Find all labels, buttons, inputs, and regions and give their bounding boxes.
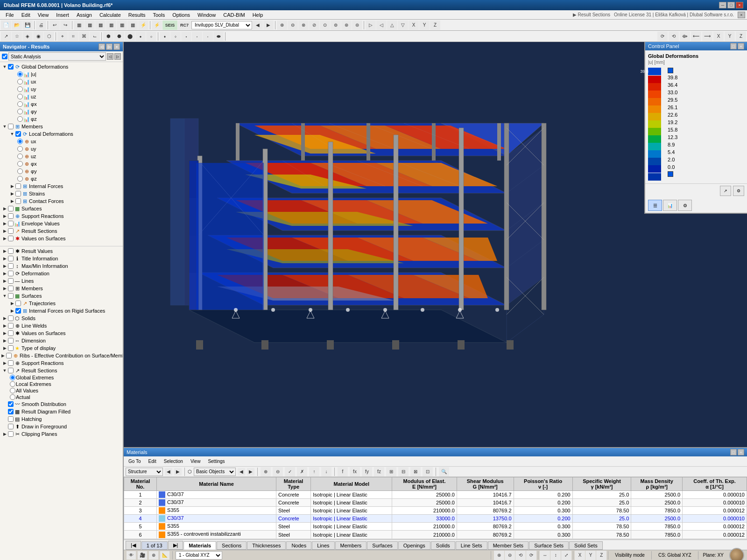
tr6[interactable]: ⌖ (57, 32, 68, 41)
cp-filter-btn[interactable]: ⚙ (678, 200, 692, 211)
th-mat-model[interactable]: Material Model (311, 477, 392, 491)
tab-surface-sets[interactable]: Surface Sets (529, 541, 569, 550)
menu-results[interactable]: Results (125, 11, 149, 19)
tree-result-filled[interactable]: ▦ Result Diagram Filled (0, 408, 123, 415)
check-smooth[interactable] (8, 401, 14, 407)
expand-global-def[interactable]: ▼ (2, 64, 7, 70)
radio-local-ux[interactable] (17, 139, 23, 144)
redo-btn[interactable]: ↪ (60, 21, 70, 30)
tb1[interactable]: ▦ (74, 21, 84, 30)
check-result-sections2[interactable] (8, 368, 14, 373)
goto-menu[interactable]: Go To (126, 458, 144, 464)
selection-menu[interactable]: Selection (161, 458, 186, 464)
tb23[interactable]: Z (430, 21, 440, 30)
rc7-btn[interactable]: RC7 (178, 21, 191, 30)
settings-menu[interactable]: Settings (205, 458, 227, 464)
sb-t6[interactable]: ↕ (550, 551, 561, 560)
tr25[interactable]: ⟶ (702, 32, 712, 41)
tr16[interactable]: ⬨ (170, 32, 181, 41)
bt1[interactable]: ⊕ (261, 467, 271, 476)
tree-dimension[interactable]: ▶ ↔ Dimension (0, 337, 123, 344)
tr27[interactable]: Y (725, 32, 735, 41)
tr5[interactable]: ⬡ (44, 32, 54, 41)
radio-local-phiy[interactable] (17, 168, 23, 174)
new-btn[interactable]: 📄 (1, 21, 11, 30)
nav-next[interactable]: ▷ (106, 43, 113, 50)
radio-local-phix[interactable] (17, 161, 23, 167)
menu-insert[interactable]: Insert (52, 11, 73, 19)
bt12[interactable]: ⊟ (398, 467, 409, 476)
cp-settings-btn[interactable]: ⚙ (733, 186, 744, 196)
sb-t2[interactable]: ⊖ (505, 551, 515, 560)
tb11[interactable]: ⊗ (298, 21, 309, 30)
check-traj[interactable] (15, 301, 21, 306)
tree-phiy[interactable]: 📊 φy (9, 108, 123, 115)
tb5[interactable]: ▦ (117, 21, 127, 30)
radio-global-extremes[interactable] (10, 375, 15, 380)
check-val-surf[interactable] (8, 330, 14, 336)
check-dimension[interactable] (8, 338, 14, 343)
expand-members[interactable]: ▼ (2, 124, 7, 129)
prev-combo[interactable]: ◀ (253, 21, 263, 30)
tree-phiz[interactable]: 📊 φz (9, 115, 123, 123)
check-envelope[interactable] (8, 221, 14, 226)
tree-local-uy[interactable]: ⊕ uy (15, 145, 123, 153)
tr24[interactable]: ⟵ (691, 32, 701, 41)
check-title-info[interactable] (8, 256, 14, 261)
analysis-combo[interactable]: Static Analysis (8, 52, 106, 61)
tree-envelope-values[interactable]: ▶ 📊 Envelope Values (0, 220, 123, 227)
tb10[interactable]: ⊖ (288, 21, 298, 30)
tb15[interactable]: ⊛ (341, 21, 352, 30)
tree-contact-forces[interactable]: ▶ ⊞ Contact Forces (7, 197, 123, 205)
check-members[interactable] (8, 124, 14, 129)
tr21[interactable]: ⟳ (657, 32, 668, 41)
bt2[interactable]: ⊖ (273, 467, 283, 476)
status-icon1[interactable]: 👁 (127, 551, 136, 560)
tree-hatching[interactable]: ▤ Hatching (0, 415, 123, 423)
obj-prev[interactable]: ◀ (238, 468, 245, 476)
tb7[interactable]: ⚡ (138, 21, 148, 30)
tr11[interactable]: ⬣ (114, 32, 124, 41)
cp-close[interactable]: × (738, 43, 744, 49)
menu-tools[interactable]: Tools (149, 11, 169, 19)
tree-all-values[interactable]: All Values (9, 387, 123, 394)
sb-t10[interactable]: Z (596, 551, 606, 560)
tree-local-ux[interactable]: ⊕ ux (15, 138, 123, 145)
nav-dn[interactable]: ▷ (114, 53, 121, 60)
tr9[interactable]: ⌙ (90, 32, 100, 41)
check-result-values[interactable] (8, 248, 14, 254)
menu-view[interactable]: View (34, 11, 53, 19)
tab-member-sets[interactable]: Member Sets (488, 541, 529, 550)
check-lines[interactable] (8, 278, 14, 284)
th-poisson[interactable]: Poisson's Ratioν [-] (514, 477, 572, 491)
window-controls[interactable]: ─ □ × (719, 2, 743, 8)
tr1[interactable]: ↗ (1, 32, 11, 41)
tab-members[interactable]: Members (335, 541, 367, 550)
tr19[interactable]: ⬫ (203, 32, 213, 41)
check-surfaces[interactable] (8, 206, 14, 211)
tb17[interactable]: ▷ (366, 21, 376, 30)
tr3[interactable]: ◈ (22, 32, 33, 41)
check-int-forces[interactable] (15, 183, 21, 189)
check-maxmin[interactable] (8, 263, 14, 269)
cp-expand[interactable]: □ (730, 43, 737, 49)
check-strains[interactable] (15, 191, 21, 196)
tr12[interactable]: ⬤ (125, 32, 135, 41)
radio-local-phiz[interactable] (17, 176, 23, 182)
tr23[interactable]: ⟴ (680, 32, 690, 41)
tree-type-display[interactable]: ▶ ★ Type of display (0, 344, 123, 352)
tree-global-extremes[interactable]: Global Extremes (9, 374, 123, 381)
nav-up[interactable]: ◁ (107, 53, 113, 60)
tree-internal-rigid[interactable]: ▶ ⊞ Internal Forces on Rigid Surfaces (9, 307, 123, 315)
tree-members2[interactable]: ▶ ⊞ Members (0, 285, 123, 292)
check-members2[interactable] (8, 286, 14, 291)
radio-u-abs[interactable] (17, 71, 23, 77)
bt3[interactable]: ✓ (285, 467, 295, 476)
tb18[interactable]: ◁ (376, 21, 387, 30)
tree-phix[interactable]: 📊 φx (9, 100, 123, 108)
th-mass-dens[interactable]: Mass Densityρ [kg/m³] (631, 477, 683, 491)
radio-local-extremes[interactable] (10, 381, 15, 387)
cp-export-btn[interactable]: ↗ (720, 186, 731, 196)
seis-btn[interactable]: SEIS (162, 21, 177, 30)
tr8[interactable]: ⌘ (79, 32, 89, 41)
